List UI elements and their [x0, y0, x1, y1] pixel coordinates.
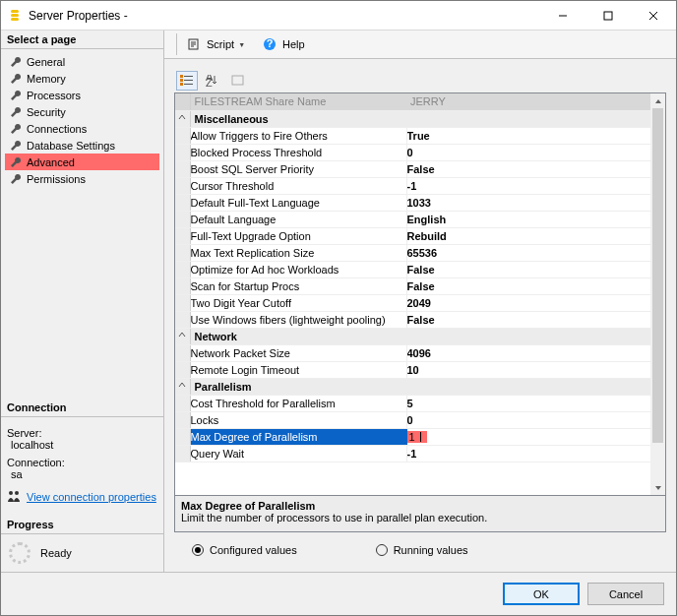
property-row[interactable]: Max Degree of Parallelism1	[175, 428, 650, 445]
property-value[interactable]: False	[406, 160, 650, 177]
property-row[interactable]: Locks0	[175, 411, 650, 428]
property-label: Query Wait	[190, 445, 406, 462]
property-row[interactable]: Blocked Process Threshold0	[175, 144, 650, 160]
view-connection-properties-link[interactable]: View connection properties	[27, 491, 156, 503]
wrench-icon	[9, 155, 23, 169]
property-row[interactable]: Full-Text Upgrade OptionRebuild	[175, 227, 650, 244]
property-row[interactable]: Allow Triggers to Fire OthersTrue	[175, 127, 650, 144]
property-label: Max Degree of Parallelism	[190, 428, 406, 445]
script-button[interactable]: Script	[207, 38, 234, 50]
property-pages-button[interactable]	[227, 71, 249, 91]
property-label: Cursor Threshold	[190, 177, 406, 194]
sidebar-item-memory[interactable]: Memory	[5, 70, 159, 87]
property-row[interactable]: Optimize for Ad hoc WorkloadsFalse	[175, 261, 650, 277]
svg-rect-16	[184, 76, 193, 77]
property-value[interactable]: True	[406, 127, 650, 144]
wrench-icon	[9, 172, 23, 186]
category-miscellaneous[interactable]: Miscellaneous	[190, 110, 650, 127]
property-value[interactable]: 1	[406, 428, 650, 445]
property-row[interactable]: Remote Login Timeout10	[175, 361, 650, 378]
dialog-footer: OK Cancel	[1, 572, 676, 615]
sidebar-item-database-settings[interactable]: Database Settings	[5, 137, 159, 154]
ok-button[interactable]: OK	[503, 583, 580, 605]
wrench-icon	[9, 139, 23, 153]
wrench-icon	[9, 72, 23, 86]
property-row[interactable]: Boost SQL Server PriorityFalse	[175, 160, 650, 177]
grid-header-name: FILESTREAM Share Name	[190, 93, 406, 110]
maximize-button[interactable]	[585, 1, 631, 31]
property-label: Scan for Startup Procs	[190, 277, 406, 294]
sidebar-item-permissions[interactable]: Permissions	[5, 170, 159, 187]
property-value[interactable]: -1	[406, 445, 650, 462]
scroll-down-icon[interactable]	[650, 480, 665, 495]
scroll-up-icon[interactable]	[650, 93, 665, 108]
sidebar-item-processors[interactable]: Processors	[5, 87, 159, 103]
property-label: Allow Triggers to Fire Others	[190, 127, 406, 144]
minimize-button[interactable]	[540, 1, 585, 31]
cancel-button[interactable]: Cancel	[587, 583, 664, 605]
property-value[interactable]: 5	[406, 395, 650, 411]
sidebar-item-general[interactable]: General	[5, 53, 159, 70]
property-row[interactable]: Query Wait-1	[175, 445, 650, 462]
svg-text:?: ?	[267, 37, 274, 49]
collapse-icon[interactable]	[178, 113, 187, 122]
collapse-icon[interactable]	[178, 331, 187, 339]
svg-rect-17	[180, 79, 183, 82]
running-values-radio[interactable]: Running values	[376, 544, 468, 556]
close-button[interactable]	[631, 1, 676, 31]
property-row[interactable]: Default LanguageEnglish	[175, 211, 650, 227]
vertical-scrollbar[interactable]	[650, 93, 665, 495]
property-value[interactable]: 0	[406, 411, 650, 428]
property-value[interactable]: English	[406, 211, 650, 227]
collapse-icon[interactable]	[178, 381, 187, 390]
progress-indicator-icon	[9, 542, 31, 564]
help-description: Limit the number of processors to use in…	[181, 512, 659, 524]
property-value[interactable]: False	[406, 261, 650, 277]
property-row[interactable]: Two Digit Year Cutoff2049	[175, 294, 650, 311]
svg-rect-4	[604, 12, 612, 20]
property-help-box: Max Degree of Parallelism Limit the numb…	[174, 495, 666, 532]
sidebar-item-security[interactable]: Security	[5, 103, 159, 120]
property-label: Network Packet Size	[190, 344, 406, 361]
property-value[interactable]: -1	[406, 177, 650, 194]
alphabetical-view-button[interactable]: AZ	[202, 71, 223, 91]
property-value[interactable]: False	[406, 311, 650, 328]
property-row[interactable]: Scan for Startup ProcsFalse	[175, 277, 650, 294]
help-button[interactable]: Help	[282, 38, 305, 50]
window-title: Server Properties -	[29, 9, 540, 23]
property-value[interactable]: 65536	[406, 244, 650, 261]
property-row[interactable]: Cost Threshold for Parallelism5	[175, 395, 650, 411]
property-value[interactable]: 0	[406, 144, 650, 160]
property-row[interactable]: Max Text Replication Size65536	[175, 244, 650, 261]
svg-rect-2	[11, 18, 19, 21]
grid-toolbar: AZ	[174, 69, 666, 92]
property-value[interactable]: 1033	[406, 194, 650, 211]
svg-rect-19	[180, 83, 183, 86]
categorized-view-button[interactable]	[176, 71, 198, 91]
property-row[interactable]: Use Windows fibers (lightweight pooling)…	[175, 311, 650, 328]
property-value[interactable]: 4096	[406, 344, 650, 361]
property-row[interactable]: Network Packet Size4096	[175, 344, 650, 361]
sidebar-item-connections[interactable]: Connections	[5, 120, 159, 137]
category-network[interactable]: Network	[190, 328, 650, 344]
help-title: Max Degree of Parallelism	[181, 500, 659, 512]
property-value[interactable]: 10	[406, 361, 650, 378]
sidebar-item-advanced[interactable]: Advanced	[5, 154, 159, 170]
select-page-header: Select a page	[1, 31, 163, 49]
sidebar-item-label: Permissions	[27, 173, 86, 185]
configured-values-radio[interactable]: Configured values	[192, 544, 297, 556]
wrench-icon	[9, 55, 23, 69]
property-value[interactable]: 2049	[406, 294, 650, 311]
running-values-label: Running values	[394, 544, 468, 556]
category-parallelism[interactable]: Parallelism	[190, 378, 650, 395]
property-row[interactable]: Default Full-Text Language1033	[175, 194, 650, 211]
svg-point-7	[9, 491, 13, 495]
server-value: localhost	[11, 439, 157, 451]
server-label: Server:	[7, 427, 157, 439]
property-value[interactable]: False	[406, 277, 650, 294]
property-row[interactable]: Cursor Threshold-1	[175, 177, 650, 194]
wrench-icon	[9, 122, 23, 136]
script-dropdown-icon[interactable]: ▼	[238, 41, 245, 48]
property-grid: FILESTREAM Share NameJERRYMiscellaneousA…	[174, 92, 666, 496]
property-value[interactable]: Rebuild	[406, 227, 650, 244]
